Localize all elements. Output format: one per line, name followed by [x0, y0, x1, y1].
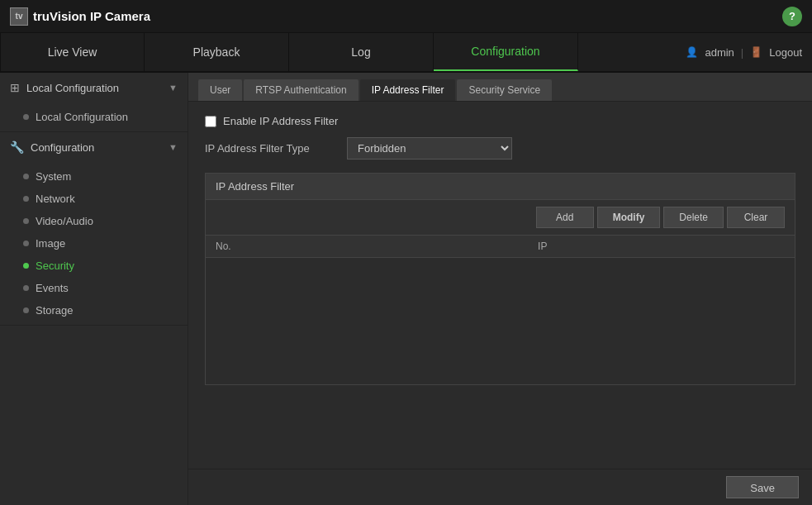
sidebar-item-video-audio[interactable]: Video/Audio [0, 210, 188, 232]
sidebar-item-image[interactable]: Image [0, 232, 188, 255]
sidebar-section-configuration: 🔧 Configuration ▼ System Network Video/A… [0, 132, 188, 326]
content-area: User RTSP Authentication IP Address Filt… [188, 73, 812, 505]
dot-icon [23, 114, 29, 120]
save-button[interactable]: Save [726, 476, 799, 498]
sidebar-item-network[interactable]: Network [0, 188, 188, 210]
enable-ip-filter-label: Enable IP Address Filter [223, 115, 338, 127]
logo-area: tv truVision IP Camera [10, 7, 150, 26]
dot-active-icon [23, 263, 29, 269]
filter-type-label: IP Address Filter Type [205, 142, 337, 155]
content-tabs: User RTSP Authentication IP Address Filt… [188, 73, 812, 102]
main-layout: ⊞ Local Configuration ▼ Local Configurat… [0, 73, 812, 505]
sidebar-items-configuration: System Network Video/Audio Image Securit… [0, 162, 188, 325]
dot-icon [23, 218, 29, 224]
local-config-icon: ⊞ [10, 81, 20, 94]
content-body: Enable IP Address Filter IP Address Filt… [188, 102, 812, 469]
filter-type-row: IP Address Filter Type Forbidden Allowed [205, 137, 795, 160]
nav-tabs: Live View Playback Log Configuration 👤 a… [0, 33, 812, 73]
filter-table-toolbar: Add Modify Delete Clear [206, 200, 795, 236]
nav-right: 👤 admin | 🚪 Logout [686, 33, 812, 71]
sidebar-item-storage[interactable]: Storage [0, 299, 188, 322]
tab-log[interactable]: Log [289, 33, 434, 71]
help-button[interactable]: ? [782, 7, 802, 26]
sidebar-items-local-config: Local Configuration [0, 102, 188, 131]
filter-table-header: IP Address Filter [206, 174, 795, 200]
tab-live-view[interactable]: Live View [0, 33, 145, 71]
logo-icon: tv [10, 7, 28, 26]
sidebar-section-label-configuration: Configuration [31, 141, 94, 154]
sidebar: ⊞ Local Configuration ▼ Local Configurat… [0, 73, 188, 505]
sidebar-item-system[interactable]: System [0, 165, 188, 188]
user-icon: 👤 [686, 46, 698, 58]
add-button[interactable]: Add [536, 207, 594, 228]
bottom-bar: Save [188, 469, 812, 505]
table-header-row: No. IP [206, 236, 795, 258]
delete-button[interactable]: Delete [663, 207, 724, 228]
dot-icon [23, 174, 29, 179]
tab-security-service[interactable]: Security Service [457, 79, 552, 101]
clear-button[interactable]: Clear [727, 207, 785, 228]
username-label: admin [705, 46, 734, 59]
sidebar-item-local-configuration[interactable]: Local Configuration [0, 106, 188, 128]
sidebar-item-security[interactable]: Security [0, 255, 188, 277]
sidebar-section-label-local-config: Local Configuration [26, 82, 119, 94]
wrench-icon: 🔧 [10, 141, 24, 154]
logout-button[interactable]: Logout [769, 46, 802, 59]
nav-divider: | [741, 46, 743, 59]
ip-filter-table: No. IP [206, 236, 795, 258]
dot-icon [23, 196, 29, 202]
dot-icon [23, 285, 29, 291]
tab-user[interactable]: User [198, 79, 242, 101]
header: tv truVision IP Camera ? [0, 0, 812, 33]
filter-type-select[interactable]: Forbidden Allowed [347, 137, 512, 160]
dot-icon [23, 241, 29, 246]
sidebar-section-local-config: ⊞ Local Configuration ▼ Local Configurat… [0, 73, 188, 132]
col-ip: IP [528, 236, 795, 258]
col-no: No. [206, 236, 528, 258]
tab-rtsp-auth[interactable]: RTSP Authentication [244, 79, 358, 101]
tab-playback[interactable]: Playback [145, 33, 289, 71]
filter-table-section: IP Address Filter Add Modify Delete Clea… [205, 173, 795, 385]
chevron-down-icon: ▼ [169, 83, 178, 93]
chevron-down-icon-2: ▼ [169, 142, 178, 152]
enable-ip-filter-checkbox[interactable] [205, 116, 216, 127]
filter-table-body: No. IP [206, 236, 795, 384]
sidebar-section-header-configuration[interactable]: 🔧 Configuration ▼ [0, 132, 188, 162]
app-title: truVision IP Camera [33, 9, 150, 23]
dot-icon [23, 307, 29, 313]
sidebar-section-header-local-config[interactable]: ⊞ Local Configuration ▼ [0, 73, 188, 102]
logout-icon: 🚪 [750, 46, 762, 58]
filter-enable-row: Enable IP Address Filter [205, 115, 795, 127]
tab-ip-address-filter[interactable]: IP Address Filter [360, 79, 456, 101]
sidebar-item-events[interactable]: Events [0, 277, 188, 299]
modify-button[interactable]: Modify [597, 207, 661, 228]
tab-configuration[interactable]: Configuration [434, 33, 578, 71]
